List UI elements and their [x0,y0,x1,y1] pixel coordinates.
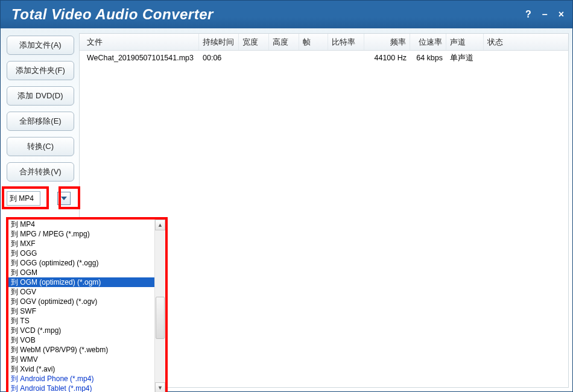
add-files-button[interactable]: 添加文件(A) [7,36,74,55]
dropdown-item[interactable]: 到 OGG (optimized) (*.ogg) [8,258,154,268]
col-frequency[interactable]: 频率 [364,34,410,50]
dropdown-item[interactable]: 到 VOB [8,335,154,345]
scroll-up-icon[interactable]: ▲ [155,220,165,230]
dropdown-item[interactable]: 到 MXF [8,239,154,248]
chevron-down-icon [61,197,67,200]
col-width[interactable]: 宽度 [239,34,269,50]
col-duration[interactable]: 持续时间 [199,34,239,50]
cell-height [269,51,299,65]
col-fps[interactable]: 帧 [299,34,328,50]
col-status[interactable]: 状态 [484,34,568,50]
dropdown-item[interactable]: 到 MP4 [8,220,154,229]
dropdown-item[interactable]: 到 OGV [8,287,154,297]
col-file[interactable]: 文件 [80,34,199,50]
close-button[interactable]: × [556,7,566,22]
window-controls: ? – × [523,7,566,22]
col-bitrate[interactable]: 比特率 [328,34,364,50]
cell-channels: 单声道 [446,51,484,65]
cell-fps [299,51,328,65]
dropdown-item[interactable]: 到 WebM (VP8/VP9) (*.webm) [8,345,154,355]
dropdown-item[interactable]: 到 Android Tablet (*.mp4) [8,384,154,392]
dropdown-item[interactable]: 到 VCD (*.mpg) [8,326,154,335]
format-dropdown-list: 到 MP4到 MPG / MPEG (*.mpg)到 MXF到 OGG到 OGG… [6,217,168,392]
col-bits[interactable]: 位速率 [410,34,446,50]
dropdown-item[interactable]: 到 OGM [8,268,154,277]
dropdown-item[interactable]: 到 TS [8,316,154,326]
dropdown-item[interactable]: 到 MPG / MPEG (*.mpg) [8,229,154,239]
cell-duration: 00:06 [199,51,239,65]
dropdown-item[interactable]: 到 WMV [8,355,154,364]
convert-button[interactable]: 转换(C) [7,137,74,156]
format-current[interactable]: 到 MP4 [7,191,40,206]
col-height[interactable]: 高度 [269,34,299,50]
scroll-thumb[interactable] [156,297,165,339]
remove-all-button[interactable]: 全部移除(E) [7,112,74,131]
scroll-track[interactable] [155,230,165,382]
add-dvd-button[interactable]: 添加 DVD(D) [7,86,74,106]
cell-file: WeChat_20190507101541.mp3 [80,51,199,65]
cell-frequency: 44100 Hz [364,51,410,65]
dropdown-item[interactable]: 到 OGG [8,248,154,258]
col-channels[interactable]: 声道 [446,34,484,50]
title-bar: Total Video Audio Converter ? – × [1,1,572,28]
dropdown-item[interactable]: 到 SWF [8,306,154,316]
dropdown-item[interactable]: 到 OGV (optimized) (*.ogv) [8,297,154,306]
app-title: Total Video Audio Converter [11,6,214,23]
merge-convert-button[interactable]: 合并转换(V) [7,162,74,182]
cell-bitrate [328,51,364,65]
add-folder-button[interactable]: 添加文件夹(F) [7,61,74,80]
cell-width [239,51,269,65]
dropdown-item[interactable]: 到 OGM (optimized) (*.ogm) [8,277,154,287]
format-selector: 到 MP4 [7,190,74,207]
dropdown-list-body: 到 MP4到 MPG / MPEG (*.mpg)到 MXF到 OGG到 OGG… [8,220,154,392]
table-row[interactable]: WeChat_20190507101541.mp3 00:06 44100 Hz… [80,51,568,65]
dropdown-scrollbar[interactable]: ▲ ▼ [154,220,165,392]
cell-status [484,51,568,65]
cell-bits: 64 kbps [410,51,446,65]
format-dropdown-button[interactable] [57,192,71,205]
dropdown-item[interactable]: 到 Xvid (*.avi) [8,364,154,374]
scroll-down-icon[interactable]: ▼ [155,382,165,392]
grid-header: 文件 持续时间 宽度 高度 帧 比特率 频率 位速率 声道 状态 [80,34,568,51]
minimize-button[interactable]: – [540,7,550,22]
help-button[interactable]: ? [523,7,534,22]
dropdown-item[interactable]: 到 Android Phone (*.mp4) [8,374,154,384]
